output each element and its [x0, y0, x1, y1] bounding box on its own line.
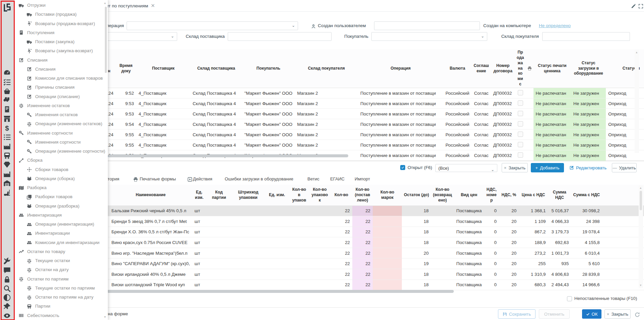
buyer-select[interactable]: ⌄	[371, 32, 487, 41]
receipt-row[interactable]: 9.03.249:534_ПоставщикСклад Поставщика 4…	[14, 98, 644, 109]
ok-button[interactable]: ОК	[582, 309, 601, 319]
close-document-button[interactable]: ×Закрыть	[502, 163, 528, 172]
checklist-icon[interactable]	[3, 78, 11, 86]
operation-select[interactable]: ⌄	[127, 21, 298, 30]
menu-item[interactable]: Комиссии для инвентаризации	[14, 238, 104, 247]
receipt-row[interactable]: 2.03.249:524_ПоставщикСклад Поставщика 4…	[14, 88, 644, 98]
column-header[interactable]: Соглашение	[472, 49, 491, 88]
column-header[interactable]: Кол-во (поставлено)	[352, 185, 373, 206]
menu-item[interactable]: Операции (изменение сортности)	[14, 147, 104, 156]
product-row[interactable]: 521Вино игр. "Наследие Мастера"(бел.пшт2…	[14, 248, 644, 258]
column-header[interactable]: Статус загрузки в оборудование	[571, 49, 606, 88]
list-icon[interactable]	[3, 134, 11, 141]
column-header[interactable]: Продажа на комис	[515, 49, 526, 88]
created-by-input[interactable]	[374, 21, 480, 30]
menu-item[interactable]: Отгрузки	[14, 1, 104, 10]
basket-icon[interactable]	[3, 87, 11, 95]
commission-checkbox[interactable]	[518, 90, 523, 95]
column-header[interactable]: Время доку	[116, 49, 136, 88]
commission-checkbox[interactable]	[518, 100, 523, 106]
menu-item[interactable]: Разборки товаров	[14, 192, 104, 201]
menu-item[interactable]: Партии	[14, 302, 104, 311]
column-header[interactable]: Штрихкод упаковки	[232, 185, 265, 206]
column-header[interactable]	[602, 185, 644, 206]
detail-hscrollbar[interactable]	[107, 290, 454, 293]
menu-item[interactable]: Изменения сортности	[14, 138, 104, 147]
commission-checkbox[interactable]	[518, 142, 523, 147]
menu-item[interactable]: Операции (разборка)	[14, 202, 104, 211]
column-header[interactable]: Статус печати ценника	[533, 49, 571, 88]
product-row[interactable]: 203Бренди 5 звезд 38% 0,7 л ст/бут Metшт…	[14, 216, 644, 227]
menu-item[interactable]: Изменение остатков	[14, 101, 104, 110]
column-header[interactable]: Вид цен	[454, 185, 484, 206]
main-vscrollbar[interactable]: ▲	[635, 50, 639, 153]
socks-icon[interactable]	[3, 97, 11, 104]
menu-item[interactable]: Разборка	[14, 183, 104, 192]
dollar-icon[interactable]	[3, 124, 11, 132]
menu-item[interactable]: Остатки по товару	[14, 247, 104, 256]
menu-item[interactable]: Причины списания	[14, 83, 104, 92]
column-header[interactable]: Номер договора	[491, 49, 515, 88]
refresh-icon[interactable]	[635, 311, 640, 317]
column-header[interactable]: Кол-во	[331, 185, 352, 206]
column-header[interactable]: Цена с НДС	[519, 185, 548, 206]
factory-icon[interactable]	[3, 143, 11, 150]
column-header[interactable]: Кол-во в упаков	[289, 185, 309, 206]
pencil-icon[interactable]	[631, 3, 636, 8]
factory-icon[interactable]	[3, 170, 11, 178]
menu-item[interactable]: Остатки по партиям на дату	[14, 293, 104, 302]
created-on-link[interactable]: Не определено	[539, 21, 571, 30]
doc-tab[interactable]: Ветис	[307, 174, 319, 183]
forklift-icon[interactable]	[3, 189, 11, 196]
app-logo-icon[interactable]	[3, 3, 12, 12]
menu-item[interactable]: Себестоимость	[14, 311, 104, 320]
cancel-button[interactable]: Отменить	[539, 309, 570, 319]
column-header[interactable]: НДС, номер	[484, 185, 499, 206]
search-icon[interactable]	[3, 285, 11, 293]
menu-item[interactable]: Возвраты (продажа-возврат)	[14, 19, 104, 28]
menu-item[interactable]: Сборки товаров	[14, 165, 104, 174]
menu-item[interactable]: Операции (списание)	[14, 92, 104, 101]
main-hscrollbar[interactable]	[108, 154, 348, 157]
product-row[interactable]: 000Виски шотландский Triple Wood купшт22…	[14, 279, 644, 290]
receipt-row[interactable]: 9.03.249:554_ПоставщикСклад Поставщика 4…	[14, 140, 644, 150]
receipt-row[interactable]: 6.03.249:554_ПоставщикСклад Поставщика 4…	[14, 130, 644, 140]
column-header[interactable]: Ед. изм.	[265, 185, 289, 206]
product-row[interactable]: 155Виски ирландский 40% 0,5 л Джемешт222…	[14, 269, 644, 280]
supplier-warehouse-input[interactable]	[228, 32, 332, 41]
doc-tab[interactable]: Ошибки загрузки в оборудование	[225, 174, 293, 183]
expand-icon[interactable]	[638, 3, 643, 8]
close-tab-icon[interactable]: ✕	[151, 3, 155, 9]
column-header[interactable]: Код партии	[206, 185, 232, 206]
eye-icon[interactable]	[3, 312, 11, 320]
commission-checkbox[interactable]	[518, 121, 523, 127]
column-header[interactable]: Кол-во марок	[373, 185, 402, 206]
column-header[interactable]: НДС, %	[499, 185, 519, 206]
menu-item[interactable]: Поставки (продажа)	[14, 10, 104, 19]
warehouse-icon[interactable]	[3, 179, 11, 187]
store-icon[interactable]	[3, 115, 11, 123]
commission-checkbox[interactable]	[518, 152, 523, 158]
menu-item[interactable]: Текущие остатки	[14, 256, 104, 265]
column-header[interactable]: Склад покупателя	[295, 49, 358, 88]
product-row[interactable]: 427Вино "САПЕРАВИ АДАГУМ" (кр.сух)0,шт22…	[14, 258, 644, 269]
menu-item[interactable]: Поставки (закупка)	[14, 37, 104, 46]
menu-item[interactable]: Текущие остатки по партиям	[14, 284, 104, 293]
column-header[interactable]: Кол-во упаковок	[309, 185, 331, 206]
menu-item[interactable]: Остатки по партиям	[14, 274, 104, 284]
edit-button[interactable]: Редактировать	[567, 163, 609, 172]
menu-item[interactable]: Возвраты (закупка-возврат)	[14, 46, 104, 55]
column-header[interactable]: Поставщик	[136, 49, 191, 88]
buyer-warehouse-input[interactable]	[542, 32, 630, 41]
menu-item[interactable]: Инвентаризация	[14, 211, 104, 220]
menu-item[interactable]: Сборка	[14, 156, 104, 165]
save-button[interactable]: Сохранить	[498, 309, 535, 319]
menu-item[interactable]: Операции (изменение остатков)	[14, 119, 104, 128]
menu-item[interactable]: Поступления	[14, 28, 104, 37]
menu-scroll-down-icon[interactable]: ▼	[103, 315, 106, 319]
status-filter-select[interactable]: (Все)⌄	[435, 164, 497, 172]
column-header[interactable]: Операция	[358, 49, 443, 88]
menu-item[interactable]: Остатки на дату	[14, 265, 104, 274]
column-header[interactable]: Покупатель	[242, 49, 295, 88]
add-button[interactable]: +Добавить	[531, 163, 564, 172]
